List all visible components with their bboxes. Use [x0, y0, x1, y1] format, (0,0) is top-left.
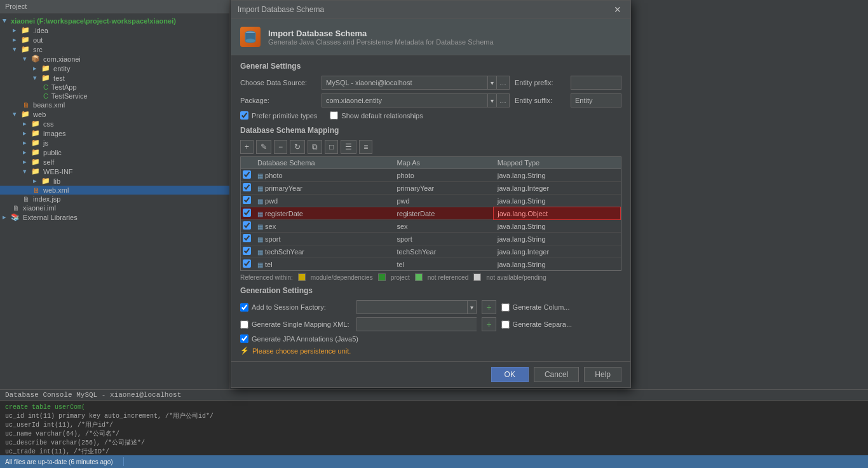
mapping-copy-btn[interactable]: ⧉: [308, 140, 322, 154]
add-session-checkbox[interactable]: [240, 303, 248, 312]
generate-jpa-checkbox[interactable]: [240, 334, 248, 343]
package-combo[interactable]: ▾ …: [322, 93, 510, 107]
generation-section-label: Generation Settings: [240, 286, 621, 295]
help-button[interactable]: Help: [584, 367, 621, 382]
generate-jpa-row: Generate JPA Annotations (Java5): [240, 334, 621, 343]
mapping-toolbar: + ✎ − ↻ ⧉ □ ☰ ≡: [240, 140, 621, 154]
show-default-rel-checkbox[interactable]: [330, 111, 338, 120]
table-row[interactable]: ▦ photo photo java.lang.String: [241, 169, 621, 182]
legend-not-ref: [415, 273, 423, 281]
dialog-title: Import Database Schema: [238, 5, 324, 14]
table-row[interactable]: ▦ sport sport java.lang.String: [241, 233, 621, 245]
legend-prefix: Referenced within:: [240, 274, 293, 281]
tree-com-xiaonei[interactable]: ▾ 📦 com.xiaonei: [0, 54, 229, 64]
entity-suffix-input[interactable]: [571, 93, 621, 107]
dialog-footer: OK Cancel Help: [231, 361, 630, 387]
generate-jpa-label[interactable]: Generate JPA Annotations (Java5): [240, 334, 358, 343]
table-row[interactable]: ▦ primaryYear primaryYear java.lang.Inte…: [241, 182, 621, 195]
data-source-dropdown-btn[interactable]: ▾: [487, 76, 497, 90]
mapping-table-wrapper[interactable]: Database Schema Map As Mapped Type ▦ pho…: [240, 156, 621, 271]
mapping-remove-btn[interactable]: −: [274, 140, 287, 154]
data-source-input[interactable]: [322, 76, 487, 90]
single-mapping-add-btn[interactable]: +: [482, 317, 496, 331]
tree-webxml[interactable]: 🗎 web.xml: [0, 186, 229, 195]
dialog-close-button[interactable]: ✕: [611, 4, 624, 15]
tree-root[interactable]: ▾ xiaonei (F:\workspace\project-workspac…: [0, 16, 229, 25]
general-settings-label: General Settings: [240, 62, 621, 71]
single-mapping-input[interactable]: [356, 317, 477, 331]
tree-js[interactable]: ▸ 📁 js: [0, 138, 229, 148]
dialog-body: General Settings Choose Data Source: ▾ ……: [231, 55, 630, 361]
tree-entity[interactable]: ▸ 📁 entity: [0, 64, 229, 73]
tree-public[interactable]: ▸ 📁 public: [0, 148, 229, 157]
tree-idea[interactable]: ▸ 📁 .idea: [0, 25, 229, 35]
legend-not-avail-label: not available/pending: [486, 274, 546, 281]
data-source-more-btn[interactable]: …: [497, 76, 510, 90]
table-row[interactable]: ▦ pwd pwd java.lang.String: [241, 195, 621, 207]
checkboxes-row: Prefer primitive types Show default rela…: [240, 111, 621, 120]
generate-single-checkbox[interactable]: [240, 320, 248, 329]
tree-indexjsp[interactable]: 🗎 index.jsp: [0, 195, 229, 203]
tree-test[interactable]: ▾ 📁 test: [0, 73, 229, 83]
dialog-header-text: Import Database Schema Generate Java Cla…: [268, 29, 494, 46]
generate-separate-checkbox[interactable]: [501, 320, 510, 329]
tree-src[interactable]: ▾ 📁 src: [0, 45, 229, 54]
table-row[interactable]: ▦ tel tel java.lang.String: [241, 258, 621, 271]
tree-images[interactable]: ▸ 📁 images: [0, 128, 229, 138]
package-more-btn[interactable]: …: [497, 93, 510, 107]
dialog-header: Import Database Schema Generate Java Cla…: [231, 19, 630, 55]
tree-iml[interactable]: 🗎 xiaonei.iml: [0, 203, 229, 212]
mapping-add-btn[interactable]: +: [240, 140, 254, 154]
mapping-up-btn[interactable]: ☰: [341, 140, 356, 154]
generate-column-label[interactable]: Generate Colum...: [501, 303, 621, 312]
col-db-schema: Database Schema: [254, 157, 393, 169]
tree-beansxml[interactable]: 🗎 beans.xml: [0, 100, 229, 109]
generate-single-label[interactable]: Generate Single Mapping XML:: [240, 320, 351, 329]
session-factory-dropdown-btn[interactable]: ▾: [467, 300, 477, 314]
tree-testservice[interactable]: C TestService: [0, 92, 229, 100]
warning-text: Please choose persistence unit.: [252, 347, 351, 355]
tree-self[interactable]: ▸ 📁 self: [0, 157, 229, 167]
tree-web[interactable]: ▾ 📁 web: [0, 109, 229, 119]
show-default-rel-checkbox-label[interactable]: Show default relationships: [330, 111, 423, 120]
tree-testapp[interactable]: C TestApp: [0, 83, 229, 92]
session-factory-input[interactable]: [356, 300, 467, 314]
generate-separate-label[interactable]: Generate Separa...: [501, 320, 621, 329]
mapping-edit-btn[interactable]: ✎: [256, 140, 271, 154]
prefer-primitive-checkbox-label[interactable]: Prefer primitive types: [240, 111, 317, 120]
package-input[interactable]: [322, 93, 487, 107]
generate-single-row: Generate Single Mapping XML: + Generate …: [240, 317, 621, 331]
data-source-label: Choose Data Source:: [240, 79, 316, 86]
tree-out[interactable]: ▸ 📁 out: [0, 35, 229, 45]
table-row[interactable]: ▦ techSchYear techSchYear java.lang.Inte…: [241, 245, 621, 258]
add-session-label[interactable]: Add to Session Factory:: [240, 303, 351, 312]
mapping-paste-btn[interactable]: □: [325, 140, 338, 154]
session-factory-add-btn[interactable]: +: [482, 300, 496, 314]
mapping-refresh-btn[interactable]: ↻: [290, 140, 305, 154]
tree-webinf[interactable]: ▾ 📁 WEB-INF: [0, 167, 229, 176]
generation-section: Generation Settings Add to Session Facto…: [240, 286, 621, 355]
warning-icon: ⚡: [240, 347, 249, 355]
data-source-combo[interactable]: ▾ …: [322, 76, 510, 90]
package-dropdown-btn[interactable]: ▾: [487, 93, 497, 107]
cancel-button[interactable]: Cancel: [534, 367, 579, 382]
table-row-error[interactable]: ▦ registerDate registerDate java.lang.Ob…: [241, 207, 621, 220]
entity-suffix-label: Entity suffix:: [515, 97, 566, 104]
ok-button[interactable]: OK: [491, 367, 529, 382]
table-row[interactable]: ▦ visited visited java.lang.Integer: [241, 271, 621, 272]
tree-css[interactable]: ▸ 📁 css: [0, 119, 229, 128]
legend-row: Referenced within: module/dependencies p…: [240, 273, 621, 281]
single-mapping-combo[interactable]: [356, 317, 477, 331]
table-row[interactable]: ▦ sex sex java.lang.String: [241, 220, 621, 233]
prefer-primitive-checkbox[interactable]: [240, 111, 248, 120]
database-icon: [243, 30, 257, 44]
session-factory-combo[interactable]: ▾: [356, 300, 477, 314]
tree-lib[interactable]: ▸ 📁 lib: [0, 176, 229, 186]
legend-project-label: project: [391, 274, 410, 281]
entity-prefix-input[interactable]: [571, 76, 621, 90]
tree-external-libs[interactable]: ▸ 📚 External Libraries: [0, 212, 229, 222]
generate-column-checkbox[interactable]: [501, 303, 510, 312]
import-dialog: Import Database Schema ✕ Import Database…: [231, 0, 631, 388]
dialog-icon: [240, 27, 261, 47]
mapping-down-btn[interactable]: ≡: [359, 140, 372, 154]
